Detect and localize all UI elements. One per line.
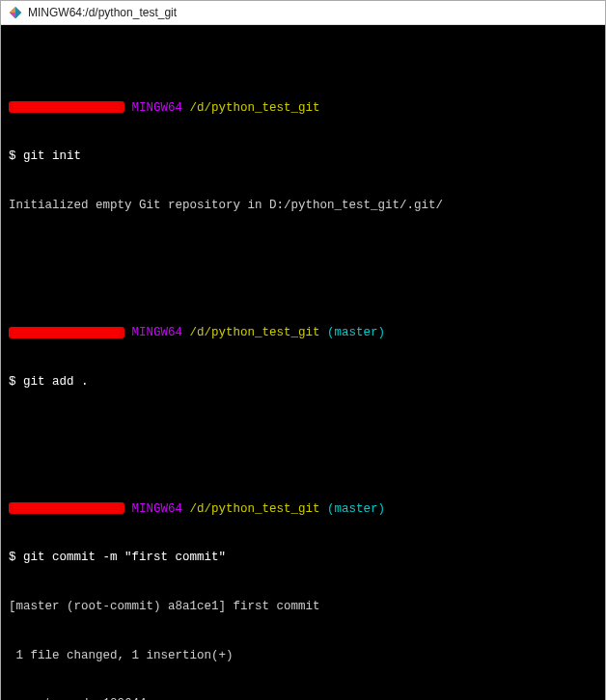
branch-label: (master)	[327, 326, 385, 339]
command: $ git commit -m "first commit"	[9, 550, 597, 566]
path-label: /d/python_test_git	[190, 101, 320, 115]
terminal-window: MINGW64:/d/python_test_git MINGW64 /d/py…	[0, 0, 606, 700]
app-icon	[9, 6, 22, 19]
output-line: 1 file changed, 1 insertion(+)	[9, 648, 597, 664]
output-line: create mode 100644 a.py	[9, 696, 597, 700]
svg-marker-3	[10, 13, 15, 18]
prompt-line: MINGW64 /d/python_test_git (master)	[9, 501, 597, 518]
redacted-user	[9, 327, 124, 338]
branch-label: (master)	[327, 502, 385, 516]
mingw-label: MINGW64	[132, 502, 183, 516]
path-label: /d/python_test_git	[190, 502, 320, 516]
redacted-user	[9, 101, 124, 113]
mingw-label: MINGW64	[132, 326, 183, 339]
prompt-line: MINGW64 /d/python_test_git (master)	[9, 325, 597, 341]
title-bar[interactable]: MINGW64:/d/python_test_git	[1, 1, 605, 25]
blank-line	[9, 422, 597, 436]
command: $ git add .	[9, 374, 597, 390]
svg-marker-2	[10, 7, 15, 13]
prompt-line: MINGW64 /d/python_test_git	[9, 100, 597, 117]
terminal-body[interactable]: MINGW64 /d/python_test_git $ git init In…	[1, 25, 605, 700]
command: $ git init	[9, 148, 597, 165]
blank-line	[9, 246, 597, 259]
output-line: [master (root-commit) a8a1ce1] first com…	[9, 599, 597, 615]
path-label: /d/python_test_git	[190, 326, 320, 339]
mingw-label: MINGW64	[132, 101, 183, 115]
output-line: Initialized empty Git repository in D:/p…	[9, 198, 597, 214]
svg-marker-1	[15, 7, 21, 18]
redacted-user	[9, 502, 124, 514]
window-title: MINGW64:/d/python_test_git	[28, 6, 177, 19]
